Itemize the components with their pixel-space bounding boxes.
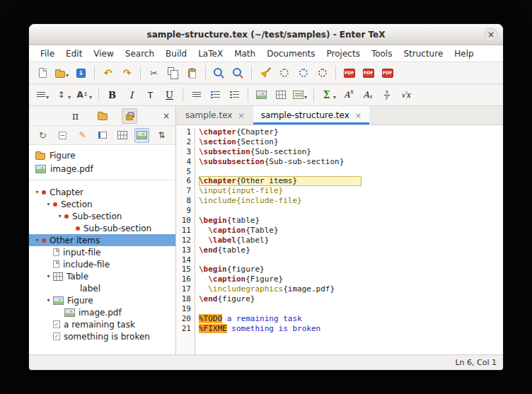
- align-center-button[interactable]: [187, 86, 205, 104]
- line-number[interactable]: 14: [176, 255, 191, 265]
- tree-item-sub-sub-section[interactable]: Sub-sub-section: [29, 222, 175, 234]
- clean-auxiliary-button[interactable]: [256, 64, 274, 82]
- bibliography-button[interactable]: [313, 64, 331, 82]
- code-line[interactable]: \subsubsection{Sub-sub-section}: [199, 157, 503, 167]
- fraction-button[interactable]: [378, 86, 395, 104]
- copy-button[interactable]: [164, 64, 182, 82]
- line-number[interactable]: 2: [176, 137, 191, 147]
- expander-icon[interactable]: [33, 237, 42, 243]
- tree-item-sub-section[interactable]: Sub-section: [29, 210, 175, 222]
- tree-item-something-is-broken[interactable]: something is broken: [29, 330, 175, 342]
- tree-item-label[interactable]: label: [29, 282, 175, 294]
- code-editor[interactable]: 123456789101112131415161718192021 \chapt…: [176, 125, 503, 354]
- insert-image-button[interactable]: [253, 86, 270, 104]
- code-line[interactable]: [199, 304, 503, 314]
- redo-button[interactable]: ↷: [118, 64, 136, 82]
- compile-button[interactable]: [294, 64, 312, 82]
- sidebar-close-button[interactable]: ×: [163, 111, 170, 121]
- title-bar[interactable]: sample-structure.tex (~/test/samples) - …: [29, 24, 503, 45]
- title-case-button[interactable]: T: [141, 86, 159, 104]
- menu-build[interactable]: Build: [160, 47, 192, 61]
- save-button[interactable]: [72, 64, 90, 82]
- expander-icon[interactable]: [44, 201, 53, 207]
- menu-projects[interactable]: Projects: [321, 47, 366, 61]
- code-line[interactable]: \include{include-file}: [199, 196, 503, 206]
- paragraph-style-dropdown[interactable]: [34, 86, 52, 104]
- tree-item-section[interactable]: Section: [29, 198, 175, 210]
- open-pdf-external-button[interactable]: [378, 64, 396, 82]
- expander-icon[interactable]: [44, 273, 53, 279]
- line-number[interactable]: 18: [176, 294, 191, 304]
- code-line[interactable]: [199, 255, 503, 265]
- show-tables-button[interactable]: [115, 128, 129, 143]
- italic-button[interactable]: I: [122, 86, 140, 104]
- menu-edit[interactable]: Edit: [60, 47, 88, 61]
- collapse-all-button[interactable]: −: [55, 128, 70, 143]
- square-root-button[interactable]: √x: [397, 86, 415, 104]
- find-button[interactable]: [210, 64, 228, 82]
- line-spacing-dropdown[interactable]: ↕: [53, 86, 73, 104]
- paste-button[interactable]: [183, 64, 201, 82]
- follow-cursor-button[interactable]: [95, 128, 110, 143]
- undo-button[interactable]: ↶: [99, 64, 117, 82]
- tab-sample-structure-tex[interactable]: sample-structure.tex×: [253, 106, 369, 124]
- refresh-structure-button[interactable]: ↻: [35, 128, 50, 143]
- tab-close-icon[interactable]: ×: [355, 111, 362, 120]
- line-number[interactable]: 20: [176, 314, 191, 324]
- file-browser-panel-button[interactable]: [95, 108, 110, 124]
- menu-structure[interactable]: Structure: [398, 47, 449, 61]
- view-pdf-button[interactable]: [340, 64, 358, 82]
- tree-item-image-pdf[interactable]: image.pdf: [29, 306, 175, 318]
- pdf-forward-search-button[interactable]: [359, 64, 377, 82]
- bold-button[interactable]: B: [103, 86, 121, 104]
- menu-latex[interactable]: LaTeX: [192, 47, 229, 61]
- line-number[interactable]: 6: [176, 176, 191, 186]
- new-document-button[interactable]: [34, 64, 52, 82]
- bookmarks-button[interactable]: ✎: [75, 128, 90, 143]
- symbols-panel-button[interactable]: π: [68, 108, 83, 124]
- code-line[interactable]: \chapter{Chapter}: [199, 127, 503, 137]
- file-item-image-pdf[interactable]: image.pdf: [29, 162, 175, 175]
- code-line[interactable]: \section{Section}: [199, 137, 503, 147]
- expander-icon[interactable]: [33, 189, 42, 195]
- insert-environment-dropdown[interactable]: [291, 86, 309, 104]
- line-number[interactable]: 16: [176, 274, 191, 284]
- quick-build-button[interactable]: [275, 64, 293, 82]
- line-number[interactable]: 21: [176, 324, 191, 334]
- find-replace-button[interactable]: [229, 64, 247, 82]
- line-number[interactable]: 10: [176, 216, 191, 226]
- line-number[interactable]: 15: [176, 265, 191, 274]
- structure-panel-button[interactable]: [122, 108, 137, 124]
- tree-item-a-remaining-task[interactable]: a remaining task: [29, 318, 175, 330]
- window-close-button[interactable]: ×: [484, 28, 498, 42]
- line-number[interactable]: 8: [176, 196, 191, 206]
- line-number[interactable]: 17: [176, 284, 191, 294]
- code-line[interactable]: \caption{Figure}: [199, 274, 503, 284]
- code-content[interactable]: \chapter{Chapter}\section{Section}\subse…: [195, 127, 503, 354]
- expander-icon[interactable]: [55, 213, 64, 219]
- tree-item-other-items[interactable]: Other items: [29, 234, 175, 246]
- line-number[interactable]: 9: [176, 206, 191, 216]
- code-line[interactable]: \caption{Table}: [199, 226, 503, 236]
- underline-button[interactable]: U: [161, 86, 178, 104]
- tree-item-include-file[interactable]: include-file: [29, 258, 175, 270]
- menu-file[interactable]: File: [35, 47, 60, 61]
- subscript-button[interactable]: [359, 86, 376, 104]
- code-line[interactable]: %TODO a remaining task: [199, 314, 503, 324]
- line-number[interactable]: 11: [176, 226, 191, 236]
- expander-icon[interactable]: [44, 297, 53, 303]
- tree-item-input-file[interactable]: input-file: [29, 246, 175, 258]
- code-line[interactable]: \subsection{Sub-section}: [199, 147, 503, 157]
- line-number[interactable]: 1: [176, 127, 191, 137]
- file-item-figure[interactable]: Figure: [29, 149, 175, 162]
- superscript-button[interactable]: [340, 86, 357, 104]
- line-number[interactable]: 12: [176, 236, 191, 245]
- code-line[interactable]: \chapter{Other items}: [199, 176, 362, 186]
- line-number[interactable]: 4: [176, 157, 191, 167]
- code-line[interactable]: [199, 206, 503, 216]
- font-size-dropdown[interactable]: A: [74, 86, 94, 104]
- code-line[interactable]: \input{input-file}: [199, 186, 503, 196]
- open-document-button[interactable]: [53, 64, 71, 82]
- show-figures-button[interactable]: [134, 128, 149, 143]
- math-sum-dropdown[interactable]: Σ: [318, 86, 338, 104]
